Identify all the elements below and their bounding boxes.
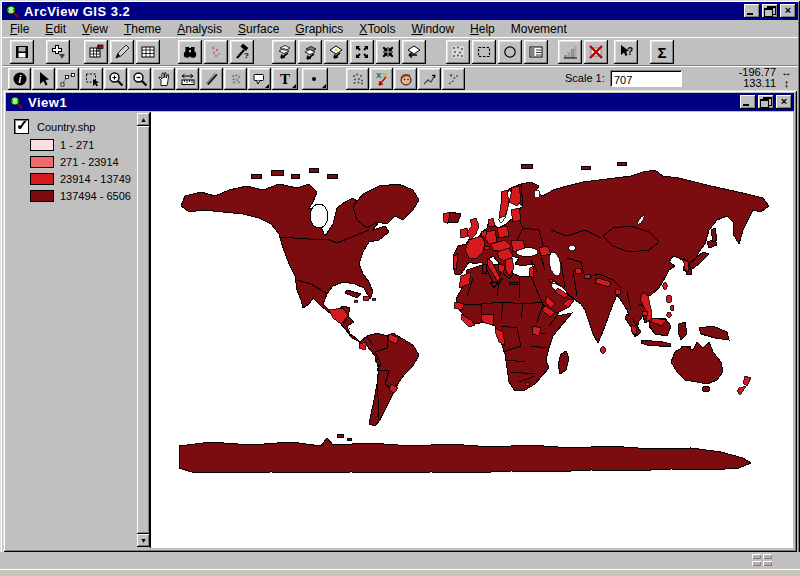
denmark <box>488 218 495 226</box>
dither-box-tool[interactable] <box>224 68 247 90</box>
menu-help[interactable]: Help <box>462 21 503 37</box>
white-sea <box>534 190 540 198</box>
sweden <box>499 190 509 218</box>
scroll-down-icon[interactable]: ▼ <box>137 534 150 547</box>
legend-class-row[interactable]: 23914 - 13749 <box>30 172 136 185</box>
kuwait <box>549 279 553 282</box>
open-theme-table-button[interactable] <box>136 40 160 64</box>
add-theme-button[interactable] <box>46 40 70 64</box>
check-icon: ✓ <box>16 116 29 134</box>
taskbar-grid-icon[interactable] <box>752 554 774 567</box>
legend-class-row[interactable]: 1 - 271 <box>30 138 136 151</box>
select-dither-button[interactable] <box>446 40 470 64</box>
view-titlebar[interactable]: View1 × <box>6 93 794 111</box>
text-tool[interactable]: T <box>272 68 298 90</box>
vertex-edit-tool[interactable] <box>56 68 79 90</box>
menu-edit[interactable]: Edit <box>37 21 74 37</box>
save-project-button[interactable] <box>10 40 34 64</box>
zoom-full-extent-button[interactable] <box>272 40 296 64</box>
edit-legend-button[interactable] <box>110 40 134 64</box>
menu-view[interactable]: View <box>74 21 116 37</box>
menu-file[interactable]: File <box>2 21 37 37</box>
label-tool[interactable] <box>248 68 271 90</box>
class-swatch <box>30 156 54 168</box>
app-titlebar[interactable]: ArcView GIS 3.2 × <box>2 2 798 20</box>
menu-xtools[interactable]: XTools <box>351 21 403 37</box>
coordinate-y: 133.11 <box>739 78 776 89</box>
scale-input[interactable] <box>610 70 682 87</box>
theme-checkbox[interactable]: ✓ <box>14 119 29 134</box>
identify-tool[interactable]: i <box>8 68 31 90</box>
restore-button[interactable] <box>762 4 778 18</box>
zoom-out-tool[interactable] <box>128 68 151 90</box>
menu-movement[interactable]: Movement <box>503 21 575 37</box>
view-minimize-button[interactable] <box>740 95 756 109</box>
draw-point-tool[interactable] <box>302 68 328 90</box>
new-zealand-north <box>743 376 751 386</box>
view-restore-button[interactable] <box>758 95 774 109</box>
help-pointer-button[interactable]: ? <box>614 40 638 64</box>
zoom-in-tool[interactable] <box>104 68 127 90</box>
sulawesi <box>678 322 687 340</box>
menu-theme[interactable]: Theme <box>116 21 169 37</box>
zoom-in-step-button[interactable] <box>350 40 374 64</box>
theme-name[interactable]: Country.shp <box>37 121 96 133</box>
map-canvas[interactable] <box>151 112 793 548</box>
coordinate-readout: -196.77 133.11 <box>739 67 776 89</box>
xtools-xy-tool[interactable]: XY <box>370 68 393 90</box>
xtools-path-tool[interactable] <box>442 68 465 90</box>
zoom-active-theme-button[interactable] <box>298 40 322 64</box>
view-title: View1 <box>28 95 67 110</box>
bangladesh <box>615 289 620 294</box>
legend-class-row[interactable]: 137494 - 6506 <box>30 189 136 202</box>
close-button[interactable]: × <box>780 4 796 18</box>
menu-window[interactable]: Window <box>403 21 462 37</box>
sri-lanka <box>600 347 605 354</box>
sigma-statistics-button[interactable]: Σ <box>650 40 674 64</box>
madagascar <box>558 351 569 374</box>
query-builder-button[interactable]: ? <box>230 40 254 64</box>
theme-entry[interactable]: ✓ Country.shp <box>14 119 136 134</box>
xtools-face-tool[interactable] <box>394 68 417 90</box>
svg-text:?: ? <box>244 51 249 60</box>
legend-class-row[interactable]: 271 - 23914 <box>30 155 136 168</box>
theme-properties-button[interactable] <box>84 40 108 64</box>
measure-tool[interactable] <box>176 68 199 90</box>
view-close-button[interactable]: × <box>776 95 792 109</box>
select-rectangle-button[interactable] <box>472 40 496 64</box>
select-circle-button[interactable] <box>498 40 522 64</box>
xtools-scatter-tool[interactable] <box>346 68 369 90</box>
button-bar: ? ? Σ <box>2 37 798 65</box>
menu-analysis[interactable]: Analysis <box>169 21 230 37</box>
minimize-button[interactable] <box>744 4 760 18</box>
class-label: 1 - 271 <box>60 139 136 151</box>
menubar: File Edit View Theme Analysis Surface Gr… <box>2 20 798 37</box>
turkmenistan <box>575 268 581 273</box>
locate-button[interactable] <box>204 40 228 64</box>
xtools-trend-tool[interactable] <box>418 68 441 90</box>
menu-graphics[interactable]: Graphics <box>287 21 351 37</box>
draw-line-tool[interactable] <box>200 68 223 90</box>
legend-scrollbar[interactable]: ▲ ▼ <box>137 113 150 547</box>
pointer-tool[interactable] <box>32 68 55 90</box>
app-title: ArcView GIS 3.2 <box>24 4 130 19</box>
histogram-button[interactable] <box>558 40 582 64</box>
application-window: ArcView GIS 3.2 × File Edit View Theme A… <box>0 0 800 576</box>
zoom-previous-button[interactable] <box>402 40 426 64</box>
zoom-out-step-button[interactable] <box>376 40 400 64</box>
clear-selection-button[interactable] <box>584 40 608 64</box>
greenland <box>353 184 419 228</box>
map-continents[interactable] <box>179 162 769 473</box>
menu-surface[interactable]: Surface <box>230 21 287 37</box>
find-button[interactable] <box>178 40 202 64</box>
select-feature-tool[interactable] <box>80 68 103 90</box>
panel-button[interactable] <box>524 40 548 64</box>
hudson-bay <box>310 204 328 228</box>
class-label: 137494 - 6506 <box>60 190 136 202</box>
pan-tool[interactable] <box>152 68 175 90</box>
scrollbar-thumb[interactable] <box>137 126 150 534</box>
coordinate-arrows: ↔ ↕ <box>781 67 792 89</box>
new-guinea <box>699 326 729 340</box>
scroll-up-icon[interactable]: ▲ <box>137 113 150 126</box>
zoom-selected-button[interactable] <box>324 40 348 64</box>
